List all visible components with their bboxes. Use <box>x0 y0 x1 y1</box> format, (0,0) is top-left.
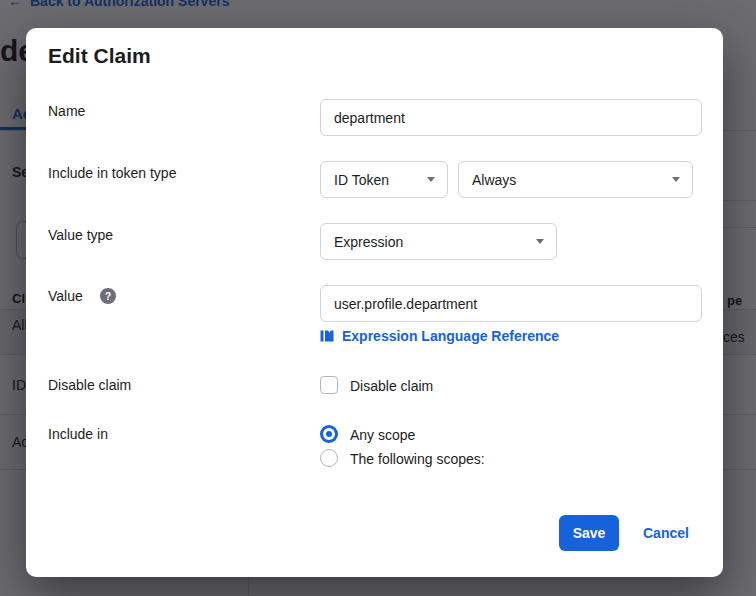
following-scopes-radio[interactable] <box>320 449 338 467</box>
token-frequency-select[interactable]: Always <box>458 161 693 198</box>
following-scopes-radio-label[interactable]: The following scopes: <box>350 451 485 467</box>
value-type-select-value: Expression <box>334 234 403 250</box>
include-in-token-type-label: Include in token type <box>48 165 176 181</box>
disable-claim-label: Disable claim <box>48 377 131 393</box>
modal-title: Edit Claim <box>48 44 151 68</box>
any-scope-radio-label[interactable]: Any scope <box>350 427 415 443</box>
save-button[interactable]: Save <box>559 515 619 551</box>
value-input[interactable] <box>320 285 702 322</box>
token-frequency-select-value: Always <box>472 172 516 188</box>
value-label: Value <box>48 288 83 304</box>
chevron-down-icon <box>427 177 435 182</box>
disable-claim-checkbox-label[interactable]: Disable claim <box>350 378 433 394</box>
disable-claim-checkbox[interactable] <box>320 376 338 394</box>
token-type-select-value: ID Token <box>334 172 389 188</box>
book-icon <box>320 329 334 343</box>
edit-claim-modal: Edit Claim Name Include in token type ID… <box>26 28 723 577</box>
include-in-label: Include in <box>48 426 108 442</box>
chevron-down-icon <box>672 177 680 182</box>
expression-language-reference-link[interactable]: Expression Language Reference <box>320 328 559 344</box>
token-type-select[interactable]: ID Token <box>320 161 448 198</box>
help-icon[interactable]: ? <box>100 288 116 304</box>
value-type-select[interactable]: Expression <box>320 223 557 260</box>
name-label: Name <box>48 103 85 119</box>
value-type-label: Value type <box>48 227 113 243</box>
screen: ← Back to Authorization Servers de Ac Se… <box>0 0 756 596</box>
any-scope-radio[interactable] <box>320 425 338 443</box>
name-input[interactable] <box>320 99 702 136</box>
cancel-button[interactable]: Cancel <box>643 525 689 541</box>
reference-link-label: Expression Language Reference <box>342 328 559 344</box>
chevron-down-icon <box>536 239 544 244</box>
